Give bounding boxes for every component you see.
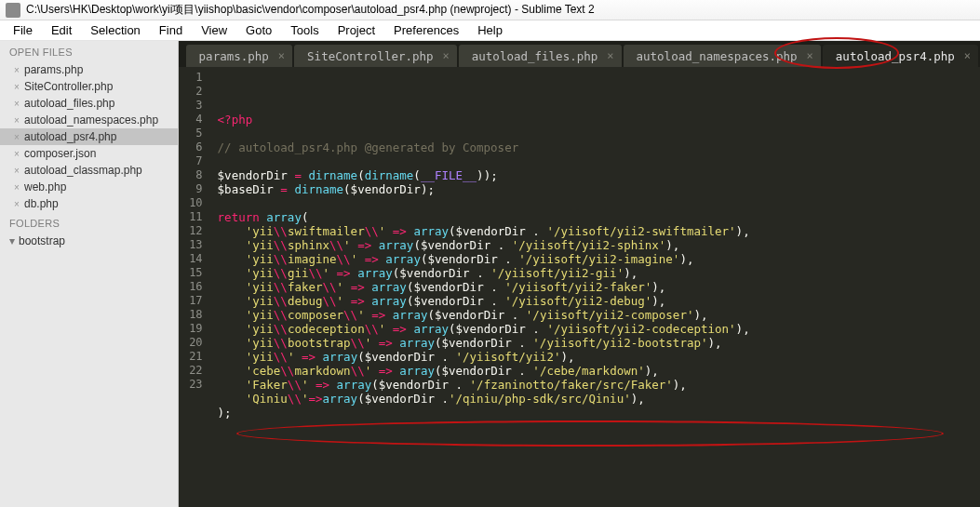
code-line: $vendorDir = dirname(dirname(__FILE__)); bbox=[218, 168, 928, 182]
code-line: 'yii\\bootstrap\\' => array($vendorDir .… bbox=[218, 336, 928, 350]
open-file-label: composer.json bbox=[22, 147, 96, 160]
tab-label: SiteController.php bbox=[307, 49, 433, 63]
open-file-label: params.php bbox=[22, 63, 83, 76]
folder-label: bootstrap bbox=[19, 234, 65, 247]
tab-item[interactable]: SiteController.php× bbox=[294, 45, 457, 67]
open-file-item[interactable]: ×composer.json bbox=[0, 145, 178, 162]
editor-pane: params.php×SiteController.php×autoload_f… bbox=[179, 41, 980, 507]
code-line bbox=[218, 196, 928, 210]
folder-item[interactable]: ▾bootstrap bbox=[0, 233, 178, 249]
open-file-item[interactable]: ×autoload_namespaces.php bbox=[0, 112, 178, 128]
menubar: FileEditSelectionFindViewGotoToolsProjec… bbox=[0, 20, 980, 41]
close-icon[interactable]: × bbox=[11, 182, 22, 193]
open-file-item[interactable]: ×db.php bbox=[0, 195, 178, 212]
code-line bbox=[218, 420, 928, 434]
menu-tools[interactable]: Tools bbox=[281, 21, 328, 39]
openfiles-list: ×params.php×SiteController.php×autoload_… bbox=[0, 61, 178, 212]
gutter: 1234567891011121314151617181920212223 bbox=[179, 67, 212, 507]
code-line: 'yii\\gii\\' => array($vendorDir . '/yii… bbox=[218, 266, 928, 280]
open-file-label: autoload_classmap.php bbox=[22, 164, 142, 177]
code-line: 'cebe\\markdown\\' => array($vendorDir .… bbox=[218, 364, 928, 378]
app-icon bbox=[6, 3, 20, 18]
menu-preferences[interactable]: Preferences bbox=[384, 21, 468, 39]
code-line: 'yii\\codeception\\' => array($vendorDir… bbox=[218, 322, 928, 336]
menu-find[interactable]: Find bbox=[150, 21, 192, 39]
code-line: 'yii\\faker\\' => array($vendorDir . '/y… bbox=[218, 280, 928, 294]
open-file-label: autoload_psr4.php bbox=[22, 130, 116, 143]
close-icon[interactable]: × bbox=[11, 99, 22, 109]
open-file-item[interactable]: ×autoload_files.php bbox=[0, 95, 178, 112]
close-icon[interactable]: × bbox=[11, 149, 22, 159]
menu-edit[interactable]: Edit bbox=[42, 21, 81, 39]
folders-list: ▾bootstrap bbox=[0, 233, 178, 249]
code-line: 'yii\\composer\\' => array($vendorDir . … bbox=[218, 308, 928, 322]
code-text[interactable]: <?php // autoload_psr4.php @generated by… bbox=[212, 67, 928, 507]
code-line: return array( bbox=[218, 210, 928, 224]
tab-label: params.php bbox=[199, 49, 269, 63]
minimap[interactable] bbox=[928, 67, 980, 507]
tab-item[interactable]: autoload_files.php× bbox=[459, 45, 622, 67]
window-title: C:\Users\HK\Desktop\work\yii项目\yiishop\b… bbox=[26, 2, 595, 18]
menu-selection[interactable]: Selection bbox=[81, 21, 149, 39]
code-line: 'yii\\swiftmailer\\' => array($vendorDir… bbox=[218, 224, 928, 238]
tabbar: params.php×SiteController.php×autoload_f… bbox=[179, 41, 980, 67]
close-icon[interactable]: × bbox=[11, 65, 22, 75]
code-line: 'yii\\debug\\' => array($vendorDir . '/y… bbox=[218, 294, 928, 308]
code-line: 'Qiniu\\'=>array($vendorDir .'/qiniu/php… bbox=[218, 392, 928, 406]
close-icon[interactable]: × bbox=[11, 166, 22, 176]
open-file-item[interactable]: ×SiteController.php bbox=[0, 78, 178, 95]
close-icon[interactable]: × bbox=[607, 49, 613, 62]
code-line: 'yii\\imagine\\' => array($vendorDir . '… bbox=[218, 252, 928, 266]
code-line: 'yii\\' => array($vendorDir . '/yiisoft/… bbox=[218, 350, 928, 364]
code-line: // autoload_psr4.php @generated by Compo… bbox=[218, 140, 928, 154]
tab-label: autoload_files.php bbox=[472, 49, 597, 63]
close-icon[interactable]: × bbox=[964, 49, 971, 62]
close-icon[interactable]: × bbox=[807, 49, 813, 62]
menu-view[interactable]: View bbox=[192, 21, 236, 39]
code-area[interactable]: 1234567891011121314151617181920212223 <?… bbox=[179, 67, 980, 507]
openfiles-heading: OPEN FILES bbox=[0, 41, 178, 61]
open-file-label: db.php bbox=[22, 197, 59, 210]
code-line: $baseDir = dirname($vendorDir); bbox=[218, 182, 928, 196]
open-file-label: web.php bbox=[22, 180, 66, 193]
code-line: <?php bbox=[218, 113, 928, 127]
close-icon[interactable]: × bbox=[11, 199, 22, 209]
open-file-item[interactable]: ×web.php bbox=[0, 179, 178, 195]
menu-project[interactable]: Project bbox=[329, 21, 384, 39]
code-line: 'Faker\\' => array($vendorDir . '/fzanin… bbox=[218, 378, 928, 392]
code-line: 'yii\\sphinx\\' => array($vendorDir . '/… bbox=[218, 238, 928, 252]
tab-label: autoload_namespaces.php bbox=[637, 49, 798, 63]
tab-item[interactable]: autoload_psr4.php× bbox=[823, 45, 978, 67]
close-icon[interactable]: × bbox=[11, 82, 22, 92]
open-file-label: autoload_namespaces.php bbox=[22, 113, 158, 127]
close-icon[interactable]: × bbox=[278, 49, 285, 62]
chevron-right-icon: ▾ bbox=[9, 234, 15, 247]
open-file-label: autoload_files.php bbox=[22, 97, 114, 110]
close-icon[interactable]: × bbox=[443, 49, 450, 62]
tab-label: autoload_psr4.php bbox=[836, 49, 955, 63]
window-titlebar: C:\Users\HK\Desktop\work\yii项目\yiishop\b… bbox=[0, 0, 980, 20]
sidebar: OPEN FILES ×params.php×SiteController.ph… bbox=[0, 41, 179, 507]
open-file-item[interactable]: ×autoload_psr4.php bbox=[0, 128, 178, 145]
menu-help[interactable]: Help bbox=[468, 21, 512, 39]
menu-file[interactable]: File bbox=[4, 21, 42, 39]
code-line bbox=[218, 154, 928, 168]
folders-heading: FOLDERS bbox=[0, 212, 178, 233]
tab-item[interactable]: params.php× bbox=[186, 45, 293, 67]
close-icon[interactable]: × bbox=[11, 132, 22, 142]
close-icon[interactable]: × bbox=[11, 115, 22, 126]
open-file-item[interactable]: ×autoload_classmap.php bbox=[0, 162, 178, 179]
menu-goto[interactable]: Goto bbox=[236, 21, 281, 39]
code-line: ); bbox=[218, 406, 928, 420]
tab-item[interactable]: autoload_namespaces.php× bbox=[624, 45, 821, 67]
open-file-label: SiteController.php bbox=[22, 80, 113, 93]
code-line bbox=[218, 127, 928, 140]
open-file-item[interactable]: ×params.php bbox=[0, 61, 178, 78]
